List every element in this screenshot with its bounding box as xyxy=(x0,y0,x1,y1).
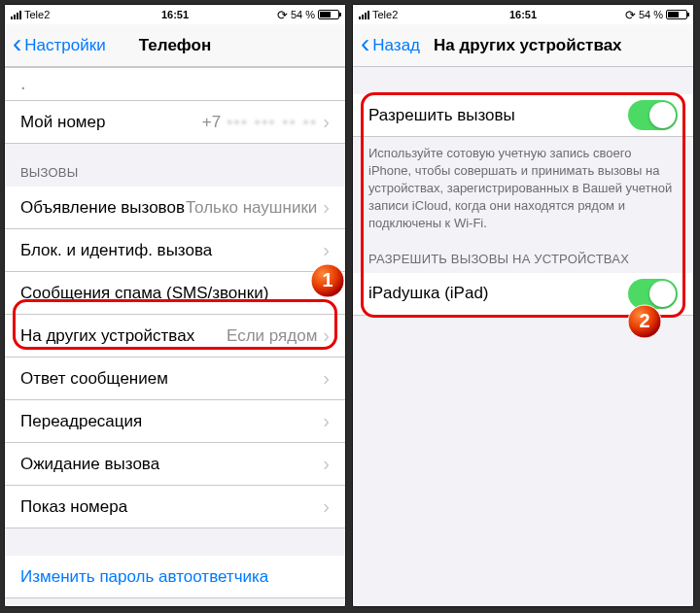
back-label: Назад xyxy=(372,36,420,55)
status-bar: Tele2 16:51 ⟳ 54 % xyxy=(353,5,693,24)
settings-list: . Мой номер +7 ••• ••• •• •• › ВЫЗОВЫ Об… xyxy=(5,67,345,606)
my-number-row[interactable]: Мой номер +7 ••• ••• •• •• › xyxy=(5,101,345,144)
device-row[interactable]: iPadушка (iPad) xyxy=(353,273,693,316)
phone-left: Tele2 16:51 ⟳ 54 % ‹ Настройки Телефон .… xyxy=(4,4,346,607)
settings-list: Разрешить вызовы Используйте сотовую уче… xyxy=(353,67,693,606)
chevron-right-icon: › xyxy=(323,324,330,347)
other-devices-row[interactable]: На других устройствах Если рядом › xyxy=(5,315,345,358)
chevron-right-icon: › xyxy=(323,410,330,432)
chevron-right-icon: › xyxy=(323,282,330,304)
call-waiting-row[interactable]: Ожидание вызова › xyxy=(5,443,345,486)
status-time: 16:51 xyxy=(509,9,537,20)
my-number-blurred: ••• ••• •• •• xyxy=(227,113,317,132)
forwarding-row[interactable]: Переадресация › xyxy=(5,400,345,443)
spam-messages-row[interactable]: Сообщения спама (SMS/звонки) › xyxy=(5,272,345,315)
allow-calls-toggle[interactable] xyxy=(628,100,678,130)
page-title: На других устройствах xyxy=(434,36,622,55)
battery-icon xyxy=(666,10,687,19)
chevron-right-icon: › xyxy=(323,196,330,219)
signal-icon xyxy=(359,11,369,19)
reply-message-row[interactable]: Ответ сообщением › xyxy=(5,358,345,400)
back-button[interactable]: ‹ Настройки xyxy=(13,32,106,59)
voicemail-password-row[interactable]: Изменить пароль автоответчика xyxy=(5,556,345,598)
back-button[interactable]: ‹ Назад xyxy=(361,32,420,59)
allow-calls-row[interactable]: Разрешить вызовы xyxy=(353,94,693,137)
signal-icon xyxy=(11,11,21,19)
chevron-right-icon: › xyxy=(323,239,330,261)
sync-icon: ⟳ xyxy=(625,8,636,22)
device-toggle[interactable] xyxy=(628,279,678,309)
block-identify-row[interactable]: Блок. и идентиф. вызова › xyxy=(5,229,345,272)
chevron-left-icon: ‹ xyxy=(13,30,21,57)
announce-calls-row[interactable]: Объявление вызовов Только наушники › xyxy=(5,187,345,229)
chevron-right-icon: › xyxy=(323,495,330,518)
nav-bar: ‹ Назад На других устройствах xyxy=(353,24,693,67)
chevron-right-icon: › xyxy=(323,367,330,390)
nav-bar: ‹ Настройки Телефон xyxy=(5,24,345,67)
allow-calls-description: Используйте сотовую учетную запись своег… xyxy=(353,137,693,242)
section-header-devices: РАЗРЕШИТЬ ВЫЗОВЫ НА УСТРОЙСТВАХ xyxy=(353,242,693,273)
battery-pct: 54 % xyxy=(291,9,315,20)
section-header-calls: ВЫЗОВЫ xyxy=(5,144,345,187)
sync-icon: ⟳ xyxy=(277,8,288,22)
carrier-label: Tele2 xyxy=(372,9,398,20)
chevron-right-icon: › xyxy=(323,453,330,475)
carrier-label: Tele2 xyxy=(24,9,50,20)
status-time: 16:51 xyxy=(161,9,189,20)
caller-id-row[interactable]: Показ номера › xyxy=(5,486,345,528)
page-title: Телефон xyxy=(139,36,211,55)
chevron-right-icon: › xyxy=(323,111,330,133)
battery-pct: 54 % xyxy=(639,9,663,20)
back-label: Настройки xyxy=(24,36,105,55)
my-number-label: Мой номер xyxy=(20,113,105,132)
status-bar: Tele2 16:51 ⟳ 54 % xyxy=(5,5,345,24)
chevron-left-icon: ‹ xyxy=(361,30,369,57)
my-number-prefix: +7 xyxy=(202,113,221,132)
phone-right: Tele2 16:51 ⟳ 54 % ‹ Назад На других уст… xyxy=(352,4,694,607)
battery-icon xyxy=(318,10,339,19)
carrier-services-row[interactable]: . xyxy=(5,67,345,101)
